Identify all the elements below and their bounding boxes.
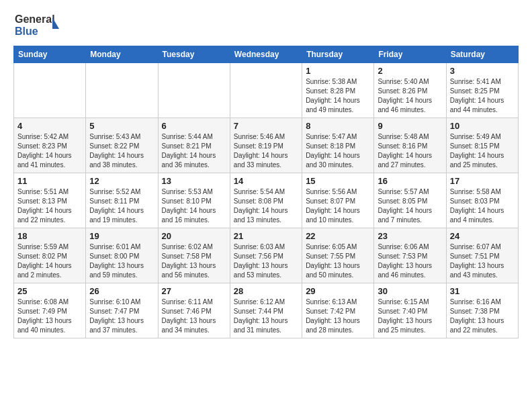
day-info: Sunrise: 5:53 AM Sunset: 8:10 PM Dayligh… (162, 187, 226, 225)
day-number: 7 (234, 121, 298, 131)
weekday-header-sunday: Sunday (14, 46, 86, 63)
day-number: 17 (450, 176, 515, 186)
calendar-table: SundayMondayTuesdayWednesdayThursdayFrid… (13, 46, 519, 338)
calendar-cell: 18Sunrise: 5:59 AM Sunset: 8:02 PM Dayli… (14, 228, 86, 283)
calendar-cell: 10Sunrise: 5:49 AM Sunset: 8:15 PM Dayli… (446, 118, 518, 173)
day-number: 15 (306, 176, 370, 186)
week-row-1: 1Sunrise: 5:38 AM Sunset: 8:28 PM Daylig… (14, 63, 519, 118)
day-info: Sunrise: 5:46 AM Sunset: 8:19 PM Dayligh… (234, 132, 298, 170)
calendar-cell: 14Sunrise: 5:54 AM Sunset: 8:08 PM Dayli… (230, 173, 302, 228)
day-info: Sunrise: 6:01 AM Sunset: 8:00 PM Dayligh… (89, 242, 154, 280)
weekday-header-wednesday: Wednesday (230, 46, 302, 63)
calendar-cell: 13Sunrise: 5:53 AM Sunset: 8:10 PM Dayli… (158, 173, 230, 228)
day-number: 23 (378, 231, 442, 241)
day-number: 24 (450, 231, 515, 241)
day-info: Sunrise: 5:47 AM Sunset: 8:18 PM Dayligh… (306, 132, 370, 170)
day-number: 16 (378, 176, 442, 186)
day-info: Sunrise: 5:41 AM Sunset: 8:25 PM Dayligh… (450, 77, 515, 115)
calendar-cell: 25Sunrise: 6:08 AM Sunset: 7:49 PM Dayli… (14, 283, 86, 338)
day-number: 18 (17, 231, 82, 241)
calendar-cell: 31Sunrise: 6:16 AM Sunset: 7:38 PM Dayli… (446, 283, 518, 338)
calendar-cell: 3Sunrise: 5:41 AM Sunset: 8:25 PM Daylig… (446, 63, 518, 118)
weekday-header-thursday: Thursday (302, 46, 374, 63)
day-info: Sunrise: 6:07 AM Sunset: 7:51 PM Dayligh… (450, 242, 515, 280)
day-number: 10 (450, 121, 515, 131)
calendar-cell: 6Sunrise: 5:44 AM Sunset: 8:21 PM Daylig… (158, 118, 230, 173)
day-info: Sunrise: 6:06 AM Sunset: 7:53 PM Dayligh… (378, 242, 442, 280)
logo-svg: GeneralBlue (13, 11, 60, 39)
calendar-cell: 23Sunrise: 6:06 AM Sunset: 7:53 PM Dayli… (374, 228, 446, 283)
day-number: 5 (89, 121, 154, 131)
calendar-cell: 19Sunrise: 6:01 AM Sunset: 8:00 PM Dayli… (86, 228, 158, 283)
calendar-cell: 22Sunrise: 6:05 AM Sunset: 7:55 PM Dayli… (302, 228, 374, 283)
day-number: 28 (234, 286, 298, 296)
week-row-4: 18Sunrise: 5:59 AM Sunset: 8:02 PM Dayli… (14, 228, 519, 283)
weekday-header-saturday: Saturday (446, 46, 518, 63)
day-info: Sunrise: 5:43 AM Sunset: 8:22 PM Dayligh… (89, 132, 154, 170)
day-info: Sunrise: 5:38 AM Sunset: 8:28 PM Dayligh… (306, 77, 370, 115)
calendar-cell: 17Sunrise: 5:58 AM Sunset: 8:03 PM Dayli… (446, 173, 518, 228)
day-info: Sunrise: 5:54 AM Sunset: 8:08 PM Dayligh… (234, 187, 298, 225)
calendar-cell: 7Sunrise: 5:46 AM Sunset: 8:19 PM Daylig… (230, 118, 302, 173)
day-number: 2 (378, 66, 442, 76)
svg-text:General: General (15, 13, 55, 25)
calendar-cell: 2Sunrise: 5:40 AM Sunset: 8:26 PM Daylig… (374, 63, 446, 118)
day-info: Sunrise: 5:57 AM Sunset: 8:05 PM Dayligh… (378, 187, 442, 225)
day-number: 20 (162, 231, 226, 241)
week-row-3: 11Sunrise: 5:51 AM Sunset: 8:13 PM Dayli… (14, 173, 519, 228)
calendar-cell: 12Sunrise: 5:52 AM Sunset: 8:11 PM Dayli… (86, 173, 158, 228)
day-number: 30 (378, 286, 442, 296)
day-info: Sunrise: 6:05 AM Sunset: 7:55 PM Dayligh… (306, 242, 370, 280)
calendar-cell: 4Sunrise: 5:42 AM Sunset: 8:23 PM Daylig… (14, 118, 86, 173)
calendar-cell: 30Sunrise: 6:15 AM Sunset: 7:40 PM Dayli… (374, 283, 446, 338)
day-info: Sunrise: 5:44 AM Sunset: 8:21 PM Dayligh… (162, 132, 226, 170)
day-number: 9 (378, 121, 442, 131)
day-info: Sunrise: 6:15 AM Sunset: 7:40 PM Dayligh… (378, 298, 442, 335)
day-info: Sunrise: 6:11 AM Sunset: 7:46 PM Dayligh… (162, 298, 226, 335)
day-info: Sunrise: 6:03 AM Sunset: 7:56 PM Dayligh… (234, 242, 298, 280)
calendar-cell: 24Sunrise: 6:07 AM Sunset: 7:51 PM Dayli… (446, 228, 518, 283)
day-number: 12 (89, 176, 154, 186)
day-number: 22 (306, 231, 370, 241)
weekday-header-tuesday: Tuesday (158, 46, 230, 63)
day-number: 1 (306, 66, 370, 76)
week-row-2: 4Sunrise: 5:42 AM Sunset: 8:23 PM Daylig… (14, 118, 519, 173)
calendar-cell: 11Sunrise: 5:51 AM Sunset: 8:13 PM Dayli… (14, 173, 86, 228)
day-number: 31 (450, 286, 515, 296)
day-number: 26 (89, 286, 154, 296)
week-row-5: 25Sunrise: 6:08 AM Sunset: 7:49 PM Dayli… (14, 283, 519, 338)
calendar-cell (158, 63, 230, 118)
header: GeneralBlue (13, 11, 519, 39)
day-number: 4 (17, 121, 82, 131)
calendar-cell: 26Sunrise: 6:10 AM Sunset: 7:47 PM Dayli… (86, 283, 158, 338)
calendar-cell: 20Sunrise: 6:02 AM Sunset: 7:58 PM Dayli… (158, 228, 230, 283)
day-info: Sunrise: 5:51 AM Sunset: 8:13 PM Dayligh… (17, 187, 82, 225)
calendar-cell: 21Sunrise: 6:03 AM Sunset: 7:56 PM Dayli… (230, 228, 302, 283)
day-info: Sunrise: 5:49 AM Sunset: 8:15 PM Dayligh… (450, 132, 515, 170)
day-number: 3 (450, 66, 515, 76)
calendar-cell: 8Sunrise: 5:47 AM Sunset: 8:18 PM Daylig… (302, 118, 374, 173)
day-number: 14 (234, 176, 298, 186)
day-number: 13 (162, 176, 226, 186)
day-info: Sunrise: 5:40 AM Sunset: 8:26 PM Dayligh… (378, 77, 442, 115)
svg-text:Blue: Blue (15, 26, 38, 37)
day-info: Sunrise: 5:56 AM Sunset: 8:07 PM Dayligh… (306, 187, 370, 225)
day-info: Sunrise: 5:59 AM Sunset: 8:02 PM Dayligh… (17, 242, 82, 280)
day-number: 21 (234, 231, 298, 241)
day-number: 11 (17, 176, 82, 186)
day-info: Sunrise: 6:10 AM Sunset: 7:47 PM Dayligh… (89, 298, 154, 335)
calendar-cell (14, 63, 86, 118)
day-number: 8 (306, 121, 370, 131)
day-info: Sunrise: 6:08 AM Sunset: 7:49 PM Dayligh… (17, 298, 82, 335)
calendar-cell (230, 63, 302, 118)
day-number: 19 (89, 231, 154, 241)
day-number: 29 (306, 286, 370, 296)
day-info: Sunrise: 6:02 AM Sunset: 7:58 PM Dayligh… (162, 242, 226, 280)
calendar-cell: 29Sunrise: 6:13 AM Sunset: 7:42 PM Dayli… (302, 283, 374, 338)
day-info: Sunrise: 6:12 AM Sunset: 7:44 PM Dayligh… (234, 298, 298, 335)
weekday-header-friday: Friday (374, 46, 446, 63)
day-info: Sunrise: 5:58 AM Sunset: 8:03 PM Dayligh… (450, 187, 515, 225)
calendar-cell (86, 63, 158, 118)
calendar-cell: 5Sunrise: 5:43 AM Sunset: 8:22 PM Daylig… (86, 118, 158, 173)
day-info: Sunrise: 5:42 AM Sunset: 8:23 PM Dayligh… (17, 132, 82, 170)
